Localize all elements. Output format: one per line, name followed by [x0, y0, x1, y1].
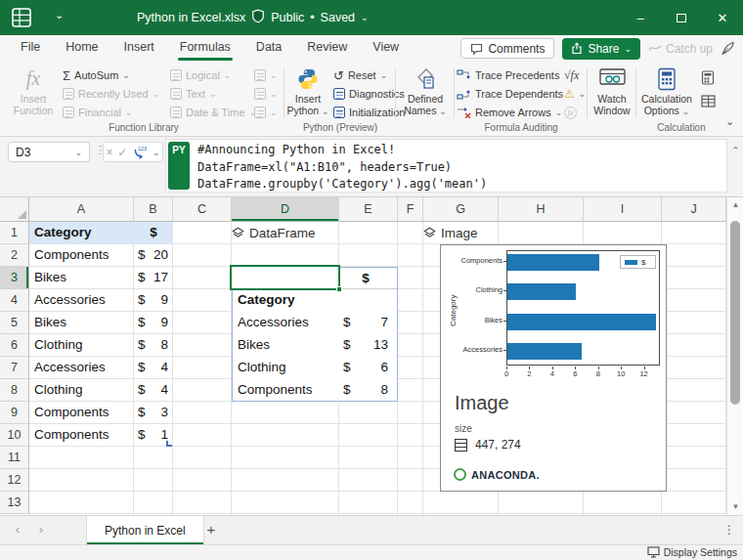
cell-category[interactable]: Components: [29, 424, 134, 447]
reset-button[interactable]: ↺ Reset⌄: [333, 66, 387, 84]
logical-button[interactable]: Logical⌄: [170, 66, 231, 84]
cell-a1[interactable]: Category: [29, 222, 134, 244]
cell-amount[interactable]: $9: [134, 289, 173, 312]
row-header-12[interactable]: 12: [0, 469, 29, 492]
image-heading[interactable]: Image: [423, 222, 478, 244]
cell-category[interactable]: Accessories: [29, 357, 134, 379]
cell-category[interactable]: Accessories: [29, 289, 134, 312]
code-line[interactable]: DataFrame=xl("A1:B10", headers=True): [197, 159, 722, 177]
calculate-now-button[interactable]: [701, 68, 715, 86]
column-header-i[interactable]: I: [584, 197, 662, 222]
financial-button[interactable]: Financial⌄: [63, 104, 133, 121]
remove-arrows-button[interactable]: Remove Arrows⌄: [457, 104, 562, 121]
cell-category[interactable]: Components: [29, 402, 134, 424]
column-header-c[interactable]: C: [173, 197, 232, 222]
row-header-13[interactable]: 13: [0, 492, 29, 514]
menu-tab-data[interactable]: Data: [243, 35, 294, 61]
row-header-7[interactable]: 7: [0, 357, 29, 379]
add-sheet-button[interactable]: +: [200, 521, 222, 538]
date-time-button[interactable]: Date & Time⌄: [170, 104, 256, 121]
close-button[interactable]: ✕: [702, 0, 743, 35]
cell-amount[interactable]: $8: [134, 334, 173, 357]
text-button[interactable]: Text⌄: [170, 85, 217, 103]
dataframe-heading[interactable]: DataFrame: [232, 222, 316, 244]
cell-amount[interactable]: $17: [134, 267, 173, 289]
minimize-button[interactable]: –: [620, 0, 661, 35]
code-line[interactable]: DataFrame.groupby('Category').agg('mean'…: [197, 176, 722, 194]
display-settings-button[interactable]: Display Settings: [647, 546, 737, 558]
row-header-3[interactable]: 3: [0, 267, 29, 289]
menu-tab-home[interactable]: Home: [53, 35, 110, 61]
column-header-e[interactable]: E: [339, 197, 398, 222]
watch-window-button[interactable]: Watch Window: [590, 65, 634, 117]
sensitivity-label[interactable]: Public: [271, 11, 304, 24]
cell-amount[interactable]: $9: [134, 312, 173, 334]
collapse-ribbon-icon[interactable]: ⌄: [725, 115, 734, 128]
menu-tab-review[interactable]: Review: [294, 35, 360, 61]
fill-handle[interactable]: [336, 286, 342, 292]
evaluate-formula-button[interactable]: fx: [564, 104, 577, 121]
row-header-9[interactable]: 9: [0, 402, 29, 424]
menu-tab-insert[interactable]: Insert: [111, 35, 167, 61]
tab-overflow-icon[interactable]: ⋮: [723, 523, 735, 537]
column-header-g[interactable]: G: [423, 197, 499, 222]
code-line[interactable]: #Announcing Python in Excel!: [197, 142, 722, 159]
cell-b1[interactable]: $: [134, 222, 173, 244]
prev-sheet-icon[interactable]: ‹: [8, 522, 27, 537]
scroll-up-icon[interactable]: ▲: [727, 200, 743, 209]
cell-category[interactable]: Clothing: [29, 334, 134, 357]
formula-input[interactable]: PY #Announcing Python in Excel!DataFrame…: [165, 139, 727, 193]
cells-layer[interactable]: DataFrame Image $ Category Accessories$7…: [29, 222, 726, 515]
cancel-icon[interactable]: ×: [106, 146, 112, 159]
column-header-b[interactable]: B: [134, 197, 173, 222]
trace-dependents-button[interactable]: Trace Dependents: [457, 85, 563, 103]
row-header-8[interactable]: 8: [0, 379, 29, 402]
diagnostics-button[interactable]: Diagnostics: [333, 85, 405, 103]
recently-used-button[interactable]: Recently Used⌄: [63, 85, 159, 103]
cell-amount[interactable]: $20: [134, 244, 173, 267]
chevron-down-icon[interactable]: ⌄: [361, 13, 369, 22]
menu-tab-file[interactable]: File: [8, 35, 53, 61]
next-sheet-icon[interactable]: ›: [31, 522, 51, 537]
menu-tab-formulas[interactable]: Formulas: [167, 35, 243, 61]
python-output-type-icon[interactable]: 123: [132, 145, 148, 159]
cell-category[interactable]: Bikes: [29, 312, 134, 334]
collapse-formula-bar-icon[interactable]: ⌄: [731, 145, 739, 155]
row-header-5[interactable]: 5: [0, 312, 29, 334]
maximize-button[interactable]: [661, 0, 702, 35]
error-checking-button[interactable]: ⚠⌄: [564, 85, 586, 103]
calculation-options-button[interactable]: Calculation Options ⌄: [638, 65, 695, 117]
cell-amount[interactable]: $4: [134, 357, 173, 379]
menu-tab-view[interactable]: View: [360, 35, 412, 61]
scroll-down-icon[interactable]: ▼: [727, 502, 743, 511]
row-header-1[interactable]: 1: [0, 222, 29, 244]
enter-icon[interactable]: ✓: [117, 146, 127, 159]
scrollbar-thumb[interactable]: [730, 221, 740, 405]
column-header-a[interactable]: A: [29, 197, 134, 222]
row-header-4[interactable]: 4: [0, 289, 29, 312]
vertical-scrollbar[interactable]: ▲ ▼: [726, 197, 743, 515]
column-header-f[interactable]: F: [398, 197, 423, 222]
show-formulas-button[interactable]: √fx: [564, 66, 579, 84]
cell-category[interactable]: Components: [29, 244, 134, 267]
sheet-tab-python-in-excel[interactable]: Python in Excel: [86, 516, 204, 544]
column-header-j[interactable]: J: [662, 197, 726, 222]
comments-button[interactable]: Comments: [460, 38, 554, 59]
math-trig-button[interactable]: ⌄: [254, 85, 278, 103]
select-all-corner[interactable]: [0, 197, 29, 222]
sensitivity-shield-icon[interactable]: [251, 9, 265, 26]
more-functions-button[interactable]: ⌄: [254, 104, 278, 121]
cell-amount[interactable]: $4: [134, 379, 173, 402]
trace-precedents-button[interactable]: Trace Precedents: [457, 66, 559, 84]
cell-category[interactable]: Bikes: [29, 267, 134, 289]
save-status[interactable]: Saved: [321, 11, 355, 24]
catch-up-button[interactable]: Catch up: [648, 42, 713, 56]
autosum-button[interactable]: Σ AutoSum⌄: [63, 66, 130, 84]
insert-function-button[interactable]: fx Insert Function: [8, 65, 59, 117]
lookup-reference-button[interactable]: ⌄: [254, 66, 278, 84]
column-header-h[interactable]: H: [499, 197, 584, 222]
cell-category[interactable]: Clothing: [29, 379, 134, 402]
quick-access-toolbar-icon[interactable]: ⌄: [55, 9, 64, 22]
formula-code[interactable]: #Announcing Python in Excel!DataFrame=xl…: [197, 142, 722, 194]
name-box[interactable]: D3 ⌄: [8, 142, 90, 162]
